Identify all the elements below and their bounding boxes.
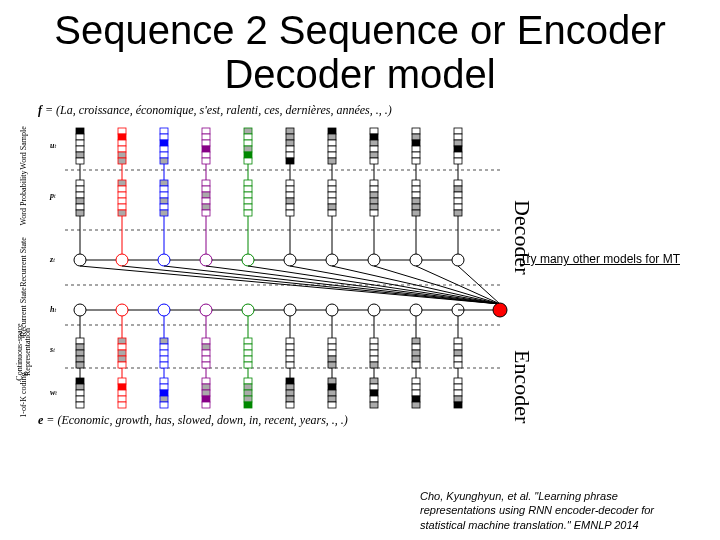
svg-rect-29 [76,362,84,368]
svg-point-124 [200,254,212,266]
svg-rect-223 [328,210,336,216]
svg-rect-134 [202,146,210,152]
svg-rect-65 [118,192,126,198]
svg-rect-55 [118,402,126,408]
svg-rect-321 [454,152,462,158]
svg-rect-70 [118,134,126,140]
svg-rect-197 [286,152,294,158]
svg-rect-145 [244,384,252,390]
svg-text:Word Probability: Word Probability [19,170,28,225]
svg-rect-255 [370,128,378,134]
svg-text:ut: ut [50,141,56,150]
svg-rect-287 [412,134,420,140]
svg-rect-113 [202,378,210,384]
svg-rect-128 [202,198,210,204]
svg-rect-192 [286,210,294,216]
svg-rect-303 [454,402,462,408]
other-models-link[interactable]: Try many other models for MT [520,252,680,266]
svg-rect-175 [286,378,294,384]
svg-rect-166 [244,152,252,158]
svg-rect-54 [118,396,126,402]
svg-rect-196 [286,146,294,152]
svg-rect-136 [202,158,210,164]
svg-rect-212 [328,344,336,350]
svg-rect-213 [328,350,336,356]
svg-rect-164 [244,140,252,146]
svg-rect-88 [160,344,168,350]
svg-rect-228 [328,152,336,158]
svg-rect-238 [370,384,378,390]
svg-text:st: st [49,345,55,354]
svg-rect-27 [76,350,84,356]
svg-point-123 [200,304,212,316]
svg-rect-301 [454,390,462,396]
svg-rect-314 [454,198,462,204]
svg-rect-259 [370,152,378,158]
svg-rect-63 [118,180,126,186]
svg-rect-305 [454,344,462,350]
svg-rect-119 [202,344,210,350]
svg-rect-241 [370,402,378,408]
svg-text:f = (La, croissance, économiqu: f = (La, croissance, économique, s'est, … [38,103,392,117]
svg-point-186 [284,254,296,266]
svg-rect-39 [76,134,84,140]
svg-rect-95 [160,186,168,192]
svg-rect-198 [286,158,294,164]
svg-rect-317 [454,128,462,134]
svg-point-217 [326,254,338,266]
svg-rect-160 [244,204,252,210]
svg-rect-285 [412,210,420,216]
svg-rect-244 [370,350,378,356]
svg-rect-260 [370,158,378,164]
svg-rect-121 [202,356,210,362]
svg-rect-165 [244,146,252,152]
svg-rect-69 [118,128,126,134]
svg-rect-127 [202,192,210,198]
svg-rect-150 [244,344,252,350]
svg-rect-43 [76,158,84,164]
svg-point-31 [74,254,86,266]
svg-rect-274 [412,344,420,350]
svg-rect-257 [370,140,378,146]
svg-rect-188 [286,186,294,192]
svg-rect-243 [370,344,378,350]
svg-text:Recurrent State: Recurrent State [19,237,28,287]
svg-rect-315 [454,204,462,210]
svg-rect-60 [118,362,126,368]
svg-rect-209 [328,396,336,402]
svg-rect-224 [328,128,336,134]
svg-rect-115 [202,390,210,396]
svg-rect-90 [160,356,168,362]
svg-rect-299 [454,378,462,384]
svg-rect-36 [76,204,84,210]
svg-rect-182 [286,350,294,356]
svg-point-62 [116,254,128,266]
svg-rect-117 [202,402,210,408]
svg-rect-319 [454,140,462,146]
svg-rect-181 [286,344,294,350]
svg-rect-53 [118,390,126,396]
svg-text:e = (Economic, growth, has, sl: e = (Economic, growth, has, slowed, down… [38,413,348,427]
svg-rect-131 [202,128,210,134]
svg-rect-144 [244,378,252,384]
svg-rect-122 [202,362,210,368]
svg-rect-97 [160,198,168,204]
svg-rect-251 [370,192,378,198]
svg-rect-133 [202,140,210,146]
svg-point-93 [158,254,170,266]
svg-rect-105 [160,158,168,164]
svg-rect-152 [244,356,252,362]
svg-rect-308 [454,362,462,368]
svg-rect-74 [118,158,126,164]
svg-rect-187 [286,180,294,186]
svg-rect-288 [412,140,420,146]
svg-rect-71 [118,140,126,146]
svg-rect-222 [328,204,336,210]
svg-rect-268 [412,378,420,384]
svg-rect-85 [160,396,168,402]
svg-rect-227 [328,146,336,152]
svg-rect-100 [160,128,168,134]
svg-rect-190 [286,198,294,204]
svg-rect-226 [328,140,336,146]
svg-rect-101 [160,134,168,140]
